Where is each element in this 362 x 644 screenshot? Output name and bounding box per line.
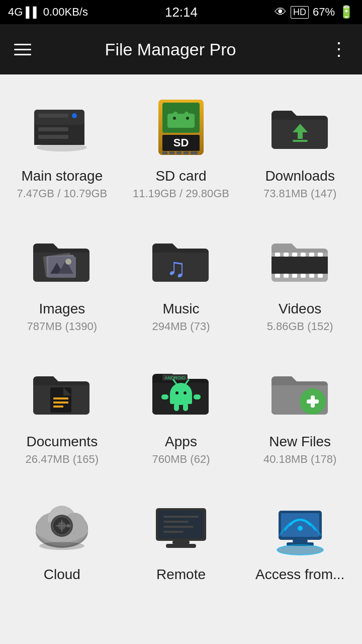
svg-rect-48 [50,387,71,413]
images-icon [27,227,97,293]
cloud-label: Cloud [44,567,80,583]
images-label: Images [39,301,85,317]
documents-label: Documents [27,434,98,450]
svg-rect-84 [172,541,190,544]
more-options-button[interactable]: ⋮ [326,36,352,62]
svg-rect-85 [166,544,196,548]
file-grid: Main storage7.47GB / 10.79GB SD [0,74,362,608]
svg-rect-87 [163,521,189,523]
videos-sub: 5.86GB (152) [267,320,333,333]
grid-item-new-files[interactable]: New Files40.18MB (178) [243,350,357,478]
app-title: File Manager Pro [45,40,296,59]
svg-rect-5 [38,127,68,131]
svg-text:ANDROID: ANDROID [164,375,186,380]
svg-point-8 [37,143,87,151]
music-sub: 294MB (73) [152,320,210,333]
videos-label: Videos [279,301,321,317]
svg-point-15 [173,112,177,116]
main-storage-sub: 7.47GB / 10.79GB [17,187,107,200]
grid-item-sd-card[interactable]: SD SD card11.19GB / 29.80GB [124,85,238,212]
music-label: Music [162,301,199,317]
svg-rect-62 [174,403,179,411]
svg-rect-79 [66,524,70,527]
svg-rect-83 [158,511,204,538]
svg-rect-23 [176,151,182,154]
svg-rect-42 [284,274,289,278]
hamburger-line-3 [14,54,31,55]
svg-rect-63 [183,403,188,411]
sd-card-icon: SD [146,95,216,160]
svg-rect-6 [38,135,68,139]
hamburger-line-2 [14,49,31,50]
cloud-icon [27,493,97,558]
remote-icon [146,493,216,558]
svg-rect-14 [167,114,195,128]
svg-point-16 [185,112,189,116]
new-files-sub: 40.18MB (178) [263,453,337,466]
new-files-icon [265,360,335,426]
grid-item-remote[interactable]: Remote [124,483,238,598]
sd-card-label: SD card [155,168,206,184]
svg-point-57 [184,391,187,394]
eye-icon: 👁 [275,5,287,19]
documents-sub: 26.47MB (165) [26,453,99,466]
svg-rect-40 [318,253,323,257]
svg-rect-51 [53,406,63,408]
svg-rect-86 [163,516,199,518]
access-from-label: Access from... [255,567,344,583]
svg-rect-45 [309,274,314,278]
grid-item-downloads[interactable]: Downloads73.81MB (147) [243,85,357,212]
svg-rect-22 [169,151,174,154]
svg-rect-24 [184,151,189,154]
svg-rect-50 [53,401,68,404]
main-storage-icon [27,95,97,160]
battery-percent: 67% [313,6,335,19]
sd-card-sub: 11.19GB / 29.80GB [133,187,229,200]
svg-rect-4 [38,114,68,118]
svg-text:♫: ♫ [166,253,186,282]
apps-icon: ANDROID [146,360,216,426]
grid-item-music[interactable]: ♫ Music294MB (73) [124,217,238,345]
grid-item-cloud[interactable]: Cloud [5,483,119,598]
svg-rect-36 [284,253,289,257]
apps-sub: 760MB (62) [152,453,210,466]
svg-rect-44 [301,274,306,278]
grid-item-apps[interactable]: ANDROID Apps760MB (62) [124,350,238,478]
svg-rect-41 [275,274,280,278]
svg-rect-25 [191,151,198,154]
menu-button[interactable] [10,40,35,59]
svg-text:SD: SD [173,136,189,149]
svg-rect-60 [161,394,168,399]
music-icon: ♫ [146,227,216,293]
hd-badge: HD [291,6,309,19]
access-from-icon [265,493,335,558]
svg-point-18 [186,117,189,120]
svg-rect-93 [293,540,308,542]
svg-rect-89 [163,531,184,533]
grid-item-access-from[interactable]: Access from... [243,483,357,598]
svg-point-56 [175,391,178,394]
signal-bars: ▌▌ [26,7,40,18]
apps-label: Apps [165,434,197,450]
signal-icon: 4G [8,6,23,19]
grid-item-documents[interactable]: Documents26.47MB (165) [5,350,119,478]
svg-rect-55 [170,393,192,404]
videos-icon [265,227,335,293]
svg-rect-27 [293,140,308,142]
grid-item-images[interactable]: Images787MB (1390) [5,217,119,345]
grid-item-videos[interactable]: Videos5.86GB (152) [243,217,357,345]
new-files-label: New Files [269,434,331,450]
app-bar: File Manager Pro ⋮ [0,24,362,74]
documents-icon [27,360,97,426]
svg-rect-43 [292,274,297,278]
svg-rect-35 [275,253,280,257]
downloads-label: Downloads [265,168,335,184]
speed-text: 0.00KB/s [43,6,88,19]
svg-point-92 [298,526,303,531]
svg-rect-39 [309,253,314,257]
svg-rect-47 [272,257,328,274]
svg-rect-37 [292,253,297,257]
main-storage-label: Main storage [21,168,103,184]
remote-label: Remote [156,567,206,583]
grid-item-main-storage[interactable]: Main storage7.47GB / 10.79GB [5,85,119,212]
